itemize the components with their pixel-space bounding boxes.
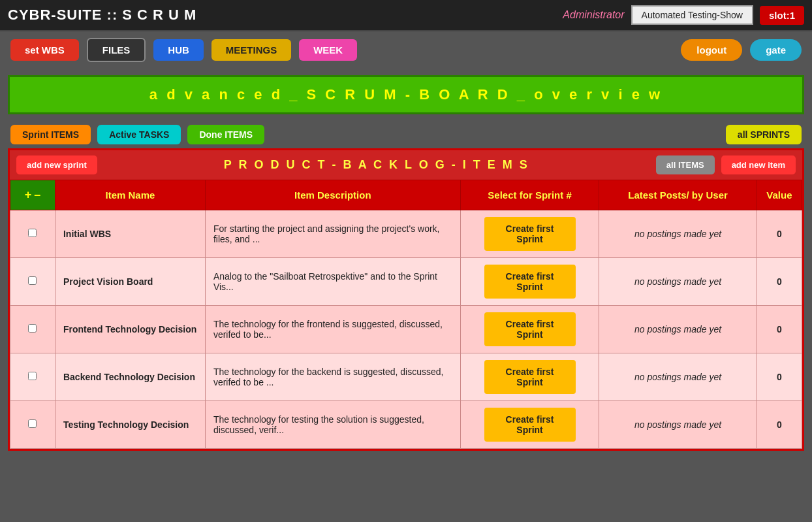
slot-button[interactable]: slot:1 — [760, 6, 804, 25]
th-sprint: Select for Sprint # — [460, 180, 599, 210]
th-plus-minus: + – — [10, 180, 55, 210]
item-name: Initial WBS — [55, 210, 205, 258]
add-sprint-button[interactable]: add new sprint — [16, 155, 97, 174]
sprint-cell: Create first Sprint — [460, 353, 599, 401]
sprint-cell: Create first Sprint — [460, 401, 599, 449]
row-checkbox[interactable] — [28, 372, 37, 380]
value-cell: 0 — [757, 306, 802, 353]
row-checkbox-cell — [10, 401, 55, 449]
row-checkbox[interactable] — [28, 276, 37, 285]
item-description: The technology for testing the solution … — [205, 401, 460, 449]
add-item-button[interactable]: add new item — [721, 155, 796, 174]
active-tasks-button[interactable]: Active TASKS — [97, 125, 181, 144]
row-checkbox[interactable] — [28, 229, 37, 237]
meetings-button[interactable]: MEETINGS — [211, 39, 291, 61]
posts-cell: no postings made yet — [599, 306, 757, 353]
posts-cell: no postings made yet — [599, 258, 757, 306]
gate-button[interactable]: gate — [750, 39, 802, 61]
sprint-cell: Create first Sprint — [460, 306, 599, 353]
banner: a d v a n c e d _ S C R U M - B O A R D … — [8, 75, 804, 114]
posts-cell: no postings made yet — [599, 210, 757, 258]
create-sprint-button[interactable]: Create first Sprint — [484, 360, 576, 394]
value-cell: 0 — [757, 401, 802, 449]
action-bar: Sprint ITEMS Active TASKS Done ITEMS all… — [0, 121, 812, 148]
banner-text: a d v a n c e d _ S C R U M - B O A R D … — [149, 86, 663, 103]
sprint-items-button[interactable]: Sprint ITEMS — [10, 125, 91, 144]
set-wbs-button[interactable]: set WBS — [10, 39, 79, 61]
table-row: Testing Technology DecisionThe technolog… — [10, 401, 802, 449]
main-toolbar: add new sprint P R O D U C T - B A C K L… — [10, 150, 802, 180]
table-row: Frontend Technology DecisionThe technolo… — [10, 306, 802, 353]
item-description: The technology for the frontend is sugge… — [205, 306, 460, 353]
files-button[interactable]: FILES — [87, 38, 146, 62]
posts-cell: no postings made yet — [599, 353, 757, 401]
week-button[interactable]: WEEK — [299, 39, 357, 61]
app-title: CYBR-SUITE :: S C R U M — [8, 7, 196, 24]
item-description: Analog to the "Sailboat Retrospektive" a… — [205, 258, 460, 306]
table-header-row: + – Item Name Item Description Select fo… — [10, 180, 802, 210]
create-sprint-button[interactable]: Create first Sprint — [484, 312, 576, 346]
minus-button[interactable]: – — [34, 188, 40, 202]
th-value: Value — [757, 180, 802, 210]
item-name: Project Vision Board — [55, 258, 205, 306]
th-item-name: Item Name — [55, 180, 205, 210]
navbar: set WBS FILES HUB MEETINGS WEEK logout g… — [0, 31, 812, 69]
all-items-button[interactable]: all ITEMS — [656, 155, 715, 174]
item-name: Frontend Technology Decision — [55, 306, 205, 353]
header: CYBR-SUITE :: S C R U M Administrator Au… — [0, 0, 812, 31]
sprint-cell: Create first Sprint — [460, 258, 599, 306]
item-description: For starting the project and assigning t… — [205, 210, 460, 258]
row-checkbox-cell — [10, 210, 55, 258]
row-checkbox-cell — [10, 306, 55, 353]
table-row: Initial WBSFor starting the project and … — [10, 210, 802, 258]
th-posts: Latest Posts/ by User — [599, 180, 757, 210]
hub-button[interactable]: HUB — [153, 39, 204, 61]
backlog-title: P R O D U C T - B A C K L O G - I T E M … — [104, 158, 649, 172]
row-checkbox-cell — [10, 353, 55, 401]
admin-label: Administrator — [563, 9, 624, 21]
create-sprint-button[interactable]: Create first Sprint — [484, 408, 576, 442]
row-checkbox-cell — [10, 258, 55, 306]
row-checkbox[interactable] — [28, 324, 37, 333]
value-cell: 0 — [757, 258, 802, 306]
create-sprint-button[interactable]: Create first Sprint — [484, 217, 576, 251]
all-sprints-button[interactable]: all SPRINTS — [726, 125, 802, 144]
row-checkbox[interactable] — [28, 419, 37, 428]
backlog-table: + – Item Name Item Description Select fo… — [10, 180, 802, 449]
value-cell: 0 — [757, 210, 802, 258]
logout-button[interactable]: logout — [681, 39, 742, 61]
item-name: Testing Technology Decision — [55, 401, 205, 449]
th-description: Item Description — [205, 180, 460, 210]
plus-button[interactable]: + — [25, 188, 32, 202]
create-sprint-button[interactable]: Create first Sprint — [484, 265, 576, 299]
table-row: Backend Technology DecisionThe technolog… — [10, 353, 802, 401]
item-name: Backend Technology Decision — [55, 353, 205, 401]
main-content: add new sprint P R O D U C T - B A C K L… — [8, 148, 804, 451]
table-row: Project Vision BoardAnalog to the "Sailb… — [10, 258, 802, 306]
posts-cell: no postings made yet — [599, 401, 757, 449]
value-cell: 0 — [757, 353, 802, 401]
item-description: The technology for the backend is sugges… — [205, 353, 460, 401]
sprint-cell: Create first Sprint — [460, 210, 599, 258]
project-name: Automated Testing-Show — [631, 5, 753, 25]
done-items-button[interactable]: Done ITEMS — [187, 125, 264, 144]
